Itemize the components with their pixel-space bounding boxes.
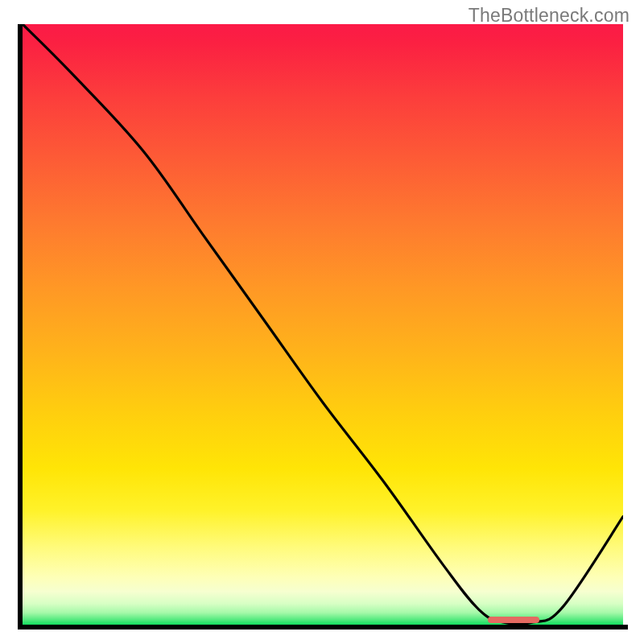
y-axis (18, 24, 23, 630)
optimal-zone-marker (488, 617, 539, 623)
bottleneck-curve (23, 24, 623, 625)
x-axis (18, 625, 628, 630)
watermark-text: TheBottleneck.com (469, 5, 630, 27)
chart-container: TheBottleneck.com (0, 0, 644, 644)
